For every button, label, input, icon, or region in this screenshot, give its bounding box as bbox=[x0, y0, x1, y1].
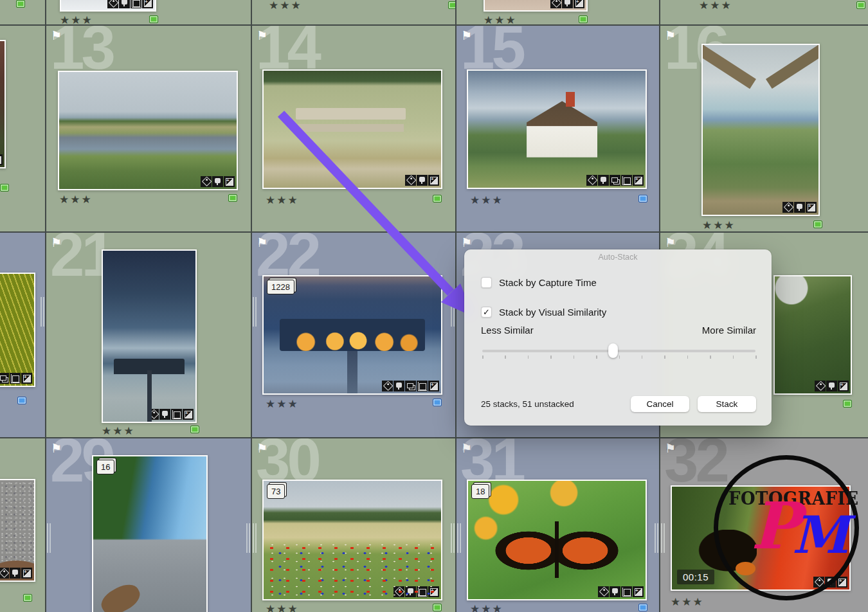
tag-badge-icon[interactable] bbox=[393, 586, 404, 597]
photo-thumbnail[interactable] bbox=[262, 69, 442, 189]
pin-badge-icon[interactable] bbox=[610, 586, 620, 597]
pin-badge-icon[interactable] bbox=[119, 0, 130, 8]
stack-count-badge[interactable]: 16 bbox=[96, 460, 114, 474]
photo-thumbnail[interactable] bbox=[0, 40, 6, 168]
pick-flag-icon[interactable]: ⚑ bbox=[461, 235, 472, 249]
photo-thumbnail[interactable]: 16 bbox=[92, 455, 208, 612]
color-label[interactable] bbox=[448, 1, 455, 9]
pick-flag-icon[interactable]: ⚑ bbox=[51, 28, 62, 42]
pick-flag-icon[interactable]: ⚑ bbox=[665, 441, 676, 455]
adjust-badge-icon[interactable] bbox=[633, 175, 644, 186]
stack-count-badge[interactable]: 73 bbox=[267, 484, 285, 499]
adjust-badge-icon[interactable] bbox=[224, 176, 235, 187]
star-rating[interactable]: ★★★ bbox=[484, 14, 517, 24]
color-label[interactable] bbox=[16, 0, 25, 8]
stack-button[interactable]: Stack bbox=[698, 396, 756, 412]
photo-thumbnail[interactable] bbox=[58, 71, 238, 190]
adjust-badge-icon[interactable] bbox=[21, 373, 32, 384]
grid-cell[interactable]: 15 ⚑ ★★★ bbox=[457, 26, 659, 231]
grid-cell[interactable]: ★★★ bbox=[457, 0, 659, 24]
color-label[interactable] bbox=[433, 195, 442, 203]
color-label[interactable] bbox=[149, 15, 158, 23]
grid-cell[interactable] bbox=[0, 0, 45, 24]
grid-cell[interactable]: 14 ⚑ ★★★ bbox=[252, 26, 455, 231]
tag-badge-icon[interactable] bbox=[815, 381, 826, 392]
crop-badge-icon[interactable] bbox=[171, 409, 182, 420]
adjust-badge-icon[interactable] bbox=[183, 409, 194, 420]
tag-badge-icon[interactable] bbox=[201, 176, 212, 187]
pin-badge-icon[interactable] bbox=[393, 381, 404, 392]
star-rating[interactable]: ★★★ bbox=[102, 424, 135, 437]
pick-flag-icon[interactable]: ⚑ bbox=[665, 235, 676, 249]
grid-cell[interactable]: ★★★ bbox=[46, 0, 251, 24]
similarity-slider[interactable] bbox=[482, 343, 755, 364]
grid-cell[interactable]: 22 ⚑ 1228 ★★★ bbox=[252, 233, 455, 437]
adjust-badge-icon[interactable] bbox=[142, 0, 153, 8]
pick-flag-icon[interactable]: ⚑ bbox=[51, 235, 62, 249]
pick-flag-icon[interactable]: ⚑ bbox=[461, 441, 472, 455]
photo-thumbnail[interactable] bbox=[701, 44, 820, 216]
color-label[interactable] bbox=[813, 221, 822, 228]
tag-badge-icon[interactable] bbox=[586, 175, 597, 186]
pick-flag-icon[interactable]: ⚑ bbox=[257, 441, 267, 455]
photo-thumbnail[interactable] bbox=[484, 0, 588, 12]
pick-flag-icon[interactable]: ⚑ bbox=[461, 28, 472, 42]
color-label[interactable] bbox=[23, 594, 32, 602]
adjust-badge-icon[interactable] bbox=[633, 586, 644, 597]
color-label[interactable] bbox=[190, 426, 199, 433]
grid-cell[interactable]: ★★★ bbox=[660, 0, 868, 24]
photo-thumbnail[interactable] bbox=[0, 273, 35, 387]
grid-cell[interactable]: ★★★ bbox=[252, 0, 455, 24]
adjust-badge-icon[interactable] bbox=[428, 175, 439, 186]
grid-cell[interactable]: 30 ⚑ 73 ★★★ bbox=[252, 438, 455, 612]
star-rating[interactable]: ★★★ bbox=[702, 219, 736, 231]
slider-track[interactable] bbox=[482, 350, 755, 352]
star-rating[interactable]: ★★★ bbox=[269, 0, 302, 12]
tag-badge-icon[interactable] bbox=[550, 0, 561, 8]
grid-cell[interactable]: 13 ⚑ ★★★ bbox=[46, 26, 251, 231]
crop-badge-icon[interactable] bbox=[10, 373, 21, 384]
color-label[interactable] bbox=[579, 15, 588, 23]
grid-cell[interactable]: 21 ⚑ ★★★ bbox=[46, 233, 251, 437]
adjust-badge-icon[interactable] bbox=[21, 568, 32, 579]
tag-badge-icon[interactable] bbox=[782, 202, 793, 213]
tag-badge-icon[interactable] bbox=[382, 381, 393, 392]
color-label[interactable] bbox=[638, 604, 647, 611]
grid-cell[interactable] bbox=[0, 26, 45, 231]
pick-flag-icon[interactable]: ⚑ bbox=[257, 28, 267, 42]
adjust-badge-icon[interactable] bbox=[428, 381, 439, 392]
star-rating[interactable]: ★★★ bbox=[266, 194, 299, 206]
tag-badge-icon[interactable] bbox=[405, 175, 416, 186]
pin-badge-icon[interactable] bbox=[794, 202, 805, 213]
copy-badge-icon[interactable] bbox=[405, 381, 416, 392]
adjust-badge-icon[interactable] bbox=[574, 0, 584, 8]
pick-flag-icon[interactable]: ⚑ bbox=[665, 28, 676, 42]
photo-thumbnail[interactable]: 1228 bbox=[262, 275, 442, 395]
photo-thumbnail[interactable] bbox=[773, 275, 852, 395]
star-rating[interactable]: ★★★ bbox=[470, 602, 503, 612]
crop-badge-icon[interactable] bbox=[621, 586, 632, 597]
star-rating[interactable]: ★★★ bbox=[266, 397, 299, 410]
pin-badge-icon[interactable] bbox=[405, 586, 416, 597]
color-label[interactable] bbox=[228, 194, 237, 202]
color-label[interactable] bbox=[638, 195, 647, 203]
photo-thumbnail[interactable] bbox=[102, 249, 197, 423]
color-label[interactable] bbox=[433, 604, 442, 611]
star-rating[interactable]: ★★★ bbox=[671, 595, 704, 608]
pin-badge-icon[interactable] bbox=[212, 176, 223, 187]
adjust-badge-icon[interactable] bbox=[428, 586, 439, 597]
photo-thumbnail[interactable] bbox=[0, 479, 35, 582]
crop-badge-icon[interactable] bbox=[417, 381, 428, 392]
photo-thumbnail[interactable] bbox=[467, 69, 647, 189]
star-rating[interactable]: ★★★ bbox=[266, 602, 299, 612]
pin-badge-icon[interactable] bbox=[598, 175, 609, 186]
color-label[interactable] bbox=[0, 184, 9, 192]
slider-thumb[interactable] bbox=[608, 343, 618, 358]
grid-cell[interactable] bbox=[0, 233, 45, 437]
grid-cell[interactable]: 16 ⚑ ★★★ bbox=[660, 26, 868, 231]
capture-time-checkbox[interactable] bbox=[481, 277, 492, 288]
pin-badge-icon[interactable] bbox=[826, 381, 837, 392]
adjust-badge-icon[interactable] bbox=[0, 154, 3, 165]
color-label[interactable] bbox=[856, 1, 865, 9]
pin-badge-icon[interactable] bbox=[417, 175, 428, 186]
